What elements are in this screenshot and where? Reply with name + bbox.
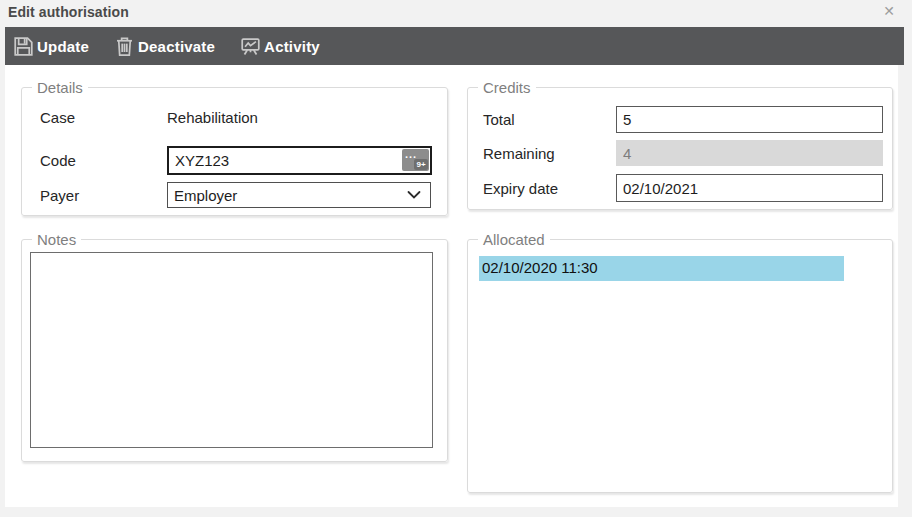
chevron-down-icon bbox=[407, 190, 421, 200]
remaining-row: Remaining bbox=[483, 140, 892, 166]
expiry-row: Expiry date bbox=[483, 174, 892, 202]
total-label: Total bbox=[483, 111, 616, 128]
code-row: Code ... 9+ bbox=[40, 146, 447, 175]
payer-row: Payer Employer bbox=[40, 182, 447, 208]
list-item[interactable]: 02/10/2020 11:30 bbox=[479, 256, 844, 281]
total-row: Total bbox=[483, 106, 892, 133]
toolbar: Update Deactivate bbox=[5, 27, 904, 65]
deactivate-button[interactable]: Deactivate bbox=[113, 35, 215, 58]
deactivate-label: Deactivate bbox=[138, 38, 215, 55]
save-icon bbox=[12, 35, 35, 58]
update-label: Update bbox=[37, 38, 89, 55]
case-row: Case Rehabilitation bbox=[40, 107, 447, 127]
close-icon[interactable]: ✕ bbox=[883, 3, 895, 19]
activity-button[interactable]: Activity bbox=[239, 35, 320, 58]
edit-authorisation-dialog: Edit authorisation ✕ Update bbox=[0, 0, 912, 517]
titlebar: Edit authorisation ✕ bbox=[0, 0, 912, 27]
expiry-date-label: Expiry date bbox=[483, 180, 616, 197]
code-label: Code bbox=[40, 152, 167, 169]
remaining-input bbox=[616, 140, 883, 166]
details-section: Details Case Rehabilitation Code ... 9+ … bbox=[21, 79, 448, 216]
allocated-legend: Allocated bbox=[478, 231, 550, 248]
activity-icon bbox=[239, 35, 262, 58]
credits-section: Credits Total Remaining Expiry date bbox=[467, 79, 893, 210]
window-title: Edit authorisation bbox=[8, 4, 129, 20]
input-helper-badge: 9+ bbox=[414, 159, 428, 170]
notes-legend: Notes bbox=[32, 231, 81, 248]
notes-section: Notes bbox=[21, 231, 448, 462]
case-value: Rehabilitation bbox=[167, 109, 258, 126]
code-field-wrap: ... 9+ bbox=[167, 146, 432, 175]
code-input[interactable] bbox=[167, 146, 432, 175]
payer-select[interactable]: Employer bbox=[167, 182, 431, 208]
notes-textarea[interactable] bbox=[30, 252, 433, 448]
activity-label: Activity bbox=[264, 38, 320, 55]
total-input[interactable] bbox=[616, 106, 883, 133]
allocated-section: Allocated 02/10/2020 11:30 bbox=[467, 231, 893, 493]
details-legend: Details bbox=[32, 79, 88, 96]
case-label: Case bbox=[40, 109, 167, 126]
trash-icon bbox=[113, 35, 136, 58]
expiry-date-input[interactable] bbox=[616, 174, 883, 202]
remaining-label: Remaining bbox=[483, 145, 616, 162]
allocated-list: 02/10/2020 11:30 bbox=[479, 256, 892, 281]
credits-legend: Credits bbox=[478, 79, 536, 96]
payer-label: Payer bbox=[40, 187, 167, 204]
input-helper-icon[interactable]: ... 9+ bbox=[402, 149, 429, 171]
payer-selected-value: Employer bbox=[174, 187, 237, 204]
update-button[interactable]: Update bbox=[12, 35, 89, 58]
